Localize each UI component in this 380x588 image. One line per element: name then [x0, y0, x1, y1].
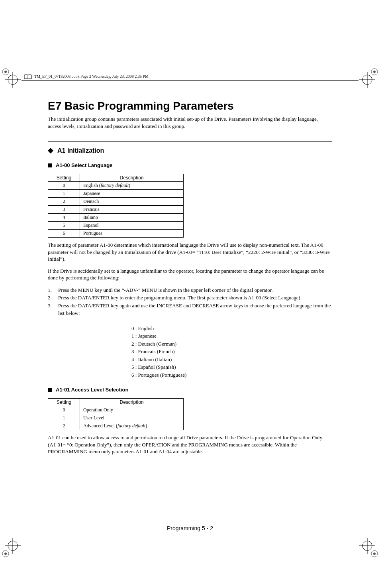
subsection-heading-a1-01: A1-01 Access Level Selection: [56, 387, 128, 393]
a1-00-paragraph-1: The setting of parameter A1-00 determine…: [48, 242, 332, 263]
a1-00-steps: 1.Press the MENU key until the “-ADV-” M…: [48, 286, 332, 317]
list-item: 3.Press the DATA/ENTER key again and use…: [48, 302, 332, 317]
table-cell-description: Francais: [80, 206, 184, 214]
table-cell-setting: 2: [48, 422, 80, 430]
table-row: 3Francais: [48, 206, 184, 214]
section-heading-a1: A1 Initialization: [57, 147, 104, 154]
table-cell-setting: 0: [48, 406, 80, 414]
running-head: TM_E7_01_07182008.book Page 2 Wednesday,…: [34, 74, 149, 79]
table-cell-setting: 3: [48, 206, 80, 214]
table-cell-setting: 6: [48, 230, 80, 238]
list-item: 6 : Portugues (Portuguese): [131, 371, 332, 379]
table-cell-setting: 1: [48, 414, 80, 422]
table-cell-description: English (factory default): [80, 182, 184, 190]
subsection-heading-a1-00: A1-00 Select Language: [56, 162, 112, 168]
registration-mark-icon: [358, 537, 376, 555]
table-row: 0English (factory default): [48, 182, 184, 190]
table-row: 0Operation Only: [48, 406, 184, 414]
diamond-bullet-icon: [48, 148, 53, 153]
list-item: 2.Press the DATA/ENTER key to enter the …: [48, 294, 332, 302]
a1-00-paragraph-2: If the Drive is accidentally set to a la…: [48, 267, 332, 281]
table-row: 1User Level: [48, 414, 184, 422]
a1-00-table: Setting Description 0English (factory de…: [48, 174, 184, 238]
svg-rect-21: [48, 148, 53, 153]
table-cell-setting: 1: [48, 190, 80, 198]
page-title: E7 Basic Programming Parameters: [48, 100, 332, 112]
a1-00-language-list: 0 : English1 : Japanese2 : Deutsch (Germ…: [131, 324, 332, 379]
table-cell-description: Portugues: [80, 230, 184, 238]
page-footer: Programming 5 - 2: [0, 525, 380, 531]
table-header-setting: Setting: [48, 399, 80, 406]
square-bullet-icon: [48, 163, 52, 167]
table-cell-description: Japanese: [80, 190, 184, 198]
table-header-setting: Setting: [48, 174, 80, 182]
square-bullet-icon: [48, 388, 52, 392]
table-row: 5Espanol: [48, 222, 184, 230]
header-rule: [22, 80, 358, 81]
table-row: 4Italiano: [48, 214, 184, 222]
registration-mark-icon: [4, 71, 22, 88]
table-cell-setting: 5: [48, 222, 80, 230]
table-cell-description: Operation Only: [80, 406, 184, 414]
book-icon: [24, 74, 32, 81]
list-item: 4 : Italiano (Italian): [131, 356, 332, 364]
table-cell-description: User Level: [80, 414, 184, 422]
table-header-description: Description: [80, 399, 184, 406]
table-header-description: Description: [80, 174, 184, 182]
table-row: 2Deutsch: [48, 198, 184, 206]
table-row: 1Japanese: [48, 190, 184, 198]
section-rule: [48, 141, 332, 142]
table-cell-setting: 2: [48, 198, 80, 206]
a1-01-paragraph: A1-01 can be used to allow access to and…: [48, 434, 332, 455]
intro-paragraph: The initialization group contains parame…: [48, 116, 332, 130]
table-cell-description: Italiano: [80, 214, 184, 222]
list-item: 1.Press the MENU key until the “-ADV-” M…: [48, 286, 332, 294]
table-cell-description: Advanced Level (factory default): [80, 422, 184, 430]
list-item: 2 : Deutsch (German): [131, 340, 332, 348]
list-item: 1 : Japanese: [131, 332, 332, 340]
registration-mark-icon: [4, 537, 22, 555]
table-row: 2Advanced Level (factory default): [48, 422, 184, 430]
a1-01-table: Setting Description 0Operation Only1User…: [48, 398, 184, 430]
table-cell-description: Espanol: [80, 222, 184, 230]
table-cell-setting: 0: [48, 182, 80, 190]
list-item: 0 : English: [131, 324, 332, 332]
table-row: 6Portugues: [48, 230, 184, 238]
registration-mark-icon: [358, 71, 376, 88]
table-cell-description: Deutsch: [80, 198, 184, 206]
list-item: 3 : Francais (French): [131, 348, 332, 356]
table-cell-setting: 4: [48, 214, 80, 222]
list-item: 5 : Español (Spanish): [131, 363, 332, 371]
